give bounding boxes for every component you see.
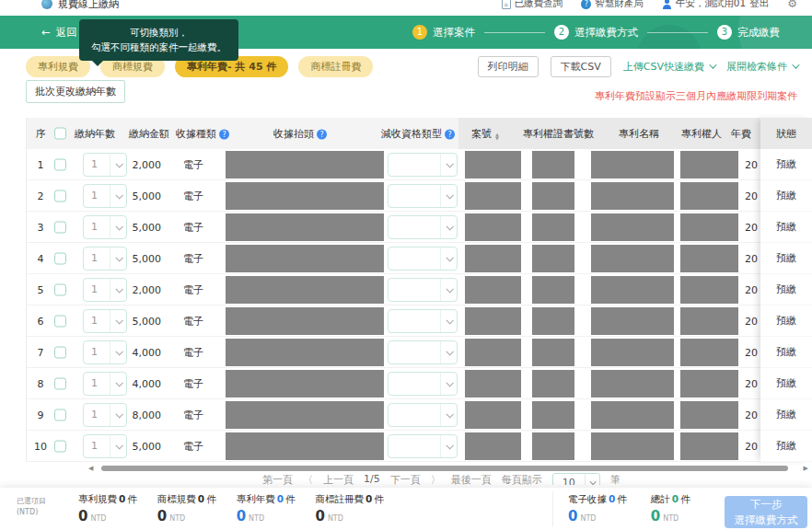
patent-name-redacted (591, 182, 674, 210)
cert-no-redacted (532, 245, 574, 272)
logout-link[interactable]: 登出 (749, 0, 769, 10)
table-body: 1 1 2,000 電子 20 2 1 5,000 電子 20 (27, 149, 812, 462)
years-select[interactable]: 1 (83, 403, 127, 427)
row-checkbox[interactable] (54, 190, 66, 202)
next-page-button[interactable]: 下一頁 (390, 473, 421, 485)
upload-csv-link[interactable]: 上傳CSV快速繳費 (623, 60, 714, 74)
row-index: 10 (31, 440, 50, 452)
reduction-type-select[interactable] (388, 278, 458, 302)
scroll-right-icon[interactable]: ▶ (804, 465, 808, 472)
row-index: 6 (31, 315, 50, 327)
batch-change-years-button[interactable]: 批次更改繳納年數 (26, 80, 125, 103)
case-no-redacted (465, 432, 521, 460)
fee-year-cell: 20 (745, 409, 760, 421)
years-select[interactable]: 1 (83, 372, 127, 396)
prev-angle-icon[interactable]: 〈 (303, 473, 313, 485)
step-connector (647, 32, 708, 33)
reduction-type-select[interactable] (388, 215, 458, 239)
receipt-type-cell: 電子 (183, 376, 203, 390)
row-checkbox[interactable] (54, 283, 66, 295)
receipt-title-redacted (226, 276, 384, 304)
reduction-type-select[interactable] (388, 372, 458, 396)
patent-name-redacted (591, 245, 674, 272)
app-title: 規費線上繳納 (58, 0, 119, 11)
user-menu[interactable]: 午安，測試用01 登出 (662, 0, 769, 10)
row-checkbox[interactable] (54, 409, 66, 421)
help-icon[interactable]: ? (219, 130, 229, 140)
patentee-redacted (680, 401, 738, 429)
horizontal-scrollbar[interactable]: ◀ ▶ (88, 465, 808, 472)
tab-trademark-registration[interactable]: 商標註冊費 (298, 56, 373, 77)
last-page-button[interactable]: 最後一頁 (451, 473, 492, 485)
sort-icon[interactable]: ▲▼ (495, 132, 499, 140)
cert-no-redacted (532, 432, 574, 460)
years-select[interactable]: 1 (83, 340, 127, 364)
next-angle-icon[interactable]: 〉 (431, 473, 441, 485)
row-index: 1 (31, 158, 50, 170)
patentee-redacted (680, 276, 738, 304)
row-checkbox[interactable] (54, 377, 66, 389)
years-select[interactable]: 1 (83, 247, 127, 271)
patentee-redacted (680, 245, 738, 272)
paid-query-link[interactable]: ≡ 已繳費查詢 (502, 0, 563, 10)
tipo-link[interactable]: ? 智慧財產局 (581, 0, 644, 10)
reduction-type-select[interactable] (388, 184, 458, 208)
reduction-type-select[interactable] (388, 340, 458, 364)
step-payment-method: 2 選擇繳費方式 (554, 25, 638, 40)
status-cell: 預繳 (760, 337, 812, 368)
summary-trademark-fees: 商標規費0件 0NTD (157, 493, 216, 524)
row-checkbox[interactable] (54, 252, 66, 264)
status-cell: 預繳 (760, 243, 812, 274)
info-icon: ? (581, 0, 591, 9)
patent-name-redacted (591, 370, 674, 398)
cert-no-redacted (532, 151, 574, 179)
chevron-down-icon (440, 154, 457, 176)
app-logo-icon (41, 0, 52, 9)
selected-items-label: 已選項目 (NTD) (17, 496, 46, 518)
case-no-redacted (465, 401, 521, 429)
reduction-type-select[interactable] (388, 247, 458, 271)
reduction-type-select[interactable] (388, 309, 458, 333)
select-all-checkbox[interactable] (54, 128, 66, 140)
reduction-type-select[interactable] (388, 153, 458, 177)
table-row: 10 1 5,000 電子 20 (27, 431, 812, 462)
reduction-type-select[interactable] (388, 434, 458, 458)
table-row: 6 1 5,000 電子 20 (27, 305, 812, 337)
fee-year-cell: 20 (745, 158, 760, 170)
row-checkbox[interactable] (54, 158, 66, 170)
status-column: 狀態 預繳預繳預繳預繳預繳預繳預繳預繳預繳預繳 (760, 118, 812, 462)
cases-table: 序 繳納年數 繳納金額 收據種類? 收據抬頭? 減收資格類型? 案號▲▼ 專利權… (26, 118, 812, 462)
years-select[interactable]: 1 (83, 184, 127, 208)
summary-total: 總計0件 0NTD (651, 493, 690, 524)
col-header-cert-no: 專利權證書號數 (523, 127, 594, 141)
expand-search-link[interactable]: 展開檢索條件 (726, 60, 797, 74)
first-page-button[interactable]: 第一頁 (262, 473, 293, 485)
scroll-left-icon[interactable]: ◀ (88, 465, 93, 472)
chevron-down-icon (440, 279, 457, 301)
row-checkbox[interactable] (54, 440, 66, 452)
years-select[interactable]: 1 (83, 309, 127, 333)
next-step-button[interactable]: 下一步 選擇繳費方式 (725, 496, 807, 528)
receipt-type-cell: 電子 (183, 439, 203, 453)
prev-page-button[interactable]: 上一頁 (323, 473, 354, 485)
years-select[interactable]: 1 (83, 278, 127, 302)
years-select[interactable]: 1 (83, 215, 127, 239)
row-checkbox[interactable] (54, 221, 66, 233)
gear-icon[interactable]: ⚙ (787, 0, 797, 10)
help-icon[interactable]: ? (445, 130, 455, 140)
page-size-select[interactable]: 10 (552, 473, 600, 485)
row-checkbox[interactable] (54, 315, 66, 327)
years-select[interactable]: 1 (83, 153, 127, 177)
help-icon[interactable]: ? (317, 130, 327, 140)
print-detail-button[interactable]: 列印明細 (478, 56, 539, 77)
download-csv-button[interactable]: 下載CSV (551, 56, 611, 77)
row-index: 7 (31, 346, 50, 358)
fee-year-cell: 20 (745, 190, 760, 202)
patentee-redacted (680, 182, 738, 210)
scrollbar-thumb[interactable] (101, 466, 788, 471)
fee-year-cell: 20 (745, 221, 760, 233)
table-row: 1 1 2,000 電子 20 (27, 149, 812, 180)
years-select[interactable]: 1 (83, 434, 127, 458)
row-checkbox[interactable] (54, 346, 66, 358)
reduction-type-select[interactable] (388, 403, 458, 427)
